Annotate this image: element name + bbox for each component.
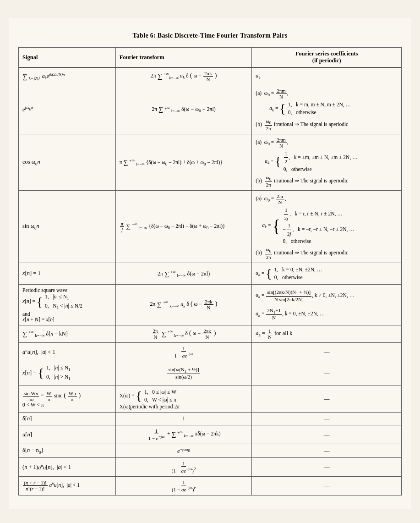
transform-cell: 1 1 − ae−jω — [115, 342, 252, 361]
table-row: ejω0n 2π ∑ +∞ l=−∞ δ(ω − ω0 − 2πl) (a) ω… — [19, 85, 402, 134]
table-row: x[n] = 1 2π ∑ +∞ l=−∞ δ(ω − 2πl) ak = { … — [19, 263, 402, 285]
fourier-cell: (a) ω0 = 2πrN, ak = { 12j, k = r, r ± N,… — [252, 191, 402, 263]
fourier-cell: — — [252, 385, 402, 413]
table-row: u[n] 1 1 − e−jω + ∑ +∞ k=−∞ πδ(ω − 2πk) … — [19, 425, 402, 444]
fourier-cell: ak — [252, 67, 402, 85]
table-row: Periodic square wave x[n] = { 1, |n| ≤ N… — [19, 285, 402, 325]
table-row: ∑ +∞ k=−∞ δ[n − kN] 2πN ∑ +∞ k=−∞ δ ( ω … — [19, 325, 402, 342]
transform-cell: sin[ω(N1 + ½)] sin(ω/2) — [115, 361, 252, 385]
signal-cell: anu[n], |a| < 1 — [19, 342, 116, 361]
signal-cell: δ[n] — [19, 413, 116, 425]
transform-cell: 1 1 − e−jω + ∑ +∞ k=−∞ πδ(ω − 2πk) — [115, 425, 252, 444]
transform-cell: 1 (1 − ae−jω)r — [115, 476, 252, 495]
fourier-cell: — — [252, 342, 402, 361]
transform-cell: e−jωn0 — [115, 444, 252, 458]
table-title: Table 6: Basic Discrete-Time Fourier Tra… — [18, 32, 402, 39]
signal-cell: (n + r − 1)! n!(r − 1)! anu[n], |a| < 1 — [19, 476, 116, 495]
fourier-cell: — — [252, 444, 402, 458]
signal-cell: cos ω0n — [19, 134, 116, 190]
fourier-cell: ak = { 1, k = 0, ±N, ±2N, … 0, otherwise — [252, 263, 402, 285]
header-fourier: Fourier series coefficients(if periodic) — [252, 47, 402, 67]
header-signal: Signal — [19, 47, 116, 67]
signal-cell: x[n] = 1 — [19, 263, 116, 285]
fourier-cell: ak = sin[(2πk/N)(N1 + ½)] N sin[2πk/2N] … — [252, 285, 402, 325]
fourier-cell: — — [252, 413, 402, 425]
table-row: sin ω0n πj ∑ +∞ l=−∞ {δ(ω − ω0 − 2πl) − … — [19, 191, 402, 263]
table-row: δ[n] 1 — — [19, 413, 402, 425]
transform-cell: 2π ∑ +∞ l=−∞ δ(ω − ω0 − 2πl) — [115, 85, 252, 134]
table-row: ∑ k=⟨N⟩ akejk(2π/N)n 2π ∑ +∞k=−∞ ak δ ( … — [19, 67, 402, 85]
signal-cell: Periodic square wave x[n] = { 1, |n| ≤ N… — [19, 285, 116, 325]
fourier-cell: ak = 1N for all k — [252, 325, 402, 342]
table-row: (n + r − 1)! n!(r − 1)! anu[n], |a| < 1 … — [19, 476, 402, 495]
signal-cell: sin Wnπn = Wπ sinc ( Wnπ ) 0 < W < π — [19, 385, 116, 413]
transform-cell: πj ∑ +∞ l=−∞ {δ(ω − ω0 − 2πl) − δ(ω + ω0… — [115, 191, 252, 263]
transform-cell: 2πN ∑ +∞ k=−∞ δ ( ω − 2πkN ) — [115, 325, 252, 342]
signal-cell: δ[n − n0] — [19, 444, 116, 458]
table-row: cos ω0n π ∑ +∞ l=−∞ {δ(ω − ω0 − 2πl) + δ… — [19, 134, 402, 190]
signal-cell: sin ω0n — [19, 191, 116, 263]
table-row: x[n] = { 1, |n| ≤ N1 0, |n| > N1 sin[ω(N… — [19, 361, 402, 385]
fourier-cell: (a) ω0 = 2πmN, ak = { 1, k = m, m ± N, m… — [252, 85, 402, 134]
main-table: Signal Fourier transform Fourier series … — [18, 47, 402, 495]
fourier-cell: — — [252, 361, 402, 385]
fourier-cell: — — [252, 458, 402, 477]
header-transform: Fourier transform — [115, 47, 252, 67]
signal-cell: ∑ +∞ k=−∞ δ[n − kN] — [19, 325, 116, 342]
transform-cell: 2π ∑ +∞ l=−∞ δ(ω − 2πl) — [115, 263, 252, 285]
transform-cell: 1 — [115, 413, 252, 425]
page: Table 6: Basic Discrete-Time Fourier Tra… — [9, 18, 411, 509]
transform-cell: 2π ∑ +∞ k=−∞ ak δ ( ω − 2πkN ) — [115, 285, 252, 325]
fourier-cell: (a) ω0 = 2πmN, ak = { 12, k = ±m, ±m ± N… — [252, 134, 402, 190]
transform-cell: 1 (1 − ae−jω)2 — [115, 458, 252, 477]
fourier-cell: — — [252, 476, 402, 495]
transform-cell: π ∑ +∞ l=−∞ {δ(ω − ω0 − 2πl) + δ(ω + ω0 … — [115, 134, 252, 190]
fourier-cell: — — [252, 425, 402, 444]
table-row: δ[n − n0] e−jωn0 — — [19, 444, 402, 458]
signal-cell: ejω0n — [19, 85, 116, 134]
signal-cell: x[n] = { 1, |n| ≤ N1 0, |n| > N1 — [19, 361, 116, 385]
transform-cell: X(ω) = { 1, 0 ≤ |ω| ≤ W 0, W < |ω| ≤ π X… — [115, 385, 252, 413]
signal-cell: (n + 1)anu[n], |a| < 1 — [19, 458, 116, 477]
signal-cell: ∑ k=⟨N⟩ akejk(2π/N)n — [19, 67, 116, 85]
table-row: (n + 1)anu[n], |a| < 1 1 (1 − ae−jω)2 — — [19, 458, 402, 477]
transform-cell: 2π ∑ +∞k=−∞ ak δ ( ω − 2πkN ) — [115, 67, 252, 85]
table-row: anu[n], |a| < 1 1 1 − ae−jω — — [19, 342, 402, 361]
signal-cell: u[n] — [19, 425, 116, 444]
table-row: sin Wnπn = Wπ sinc ( Wnπ ) 0 < W < π X(ω… — [19, 385, 402, 413]
